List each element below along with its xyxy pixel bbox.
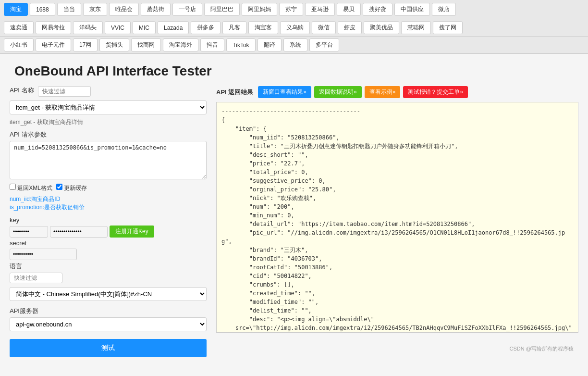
nav-btn-yiwugou[interactable]: 义乌购 (280, 21, 310, 34)
data-desc-button[interactable]: 返回数据说明» (314, 86, 362, 98)
watermark: CSDN @写给所有的程序猿 (510, 345, 574, 352)
nav-btn-jd[interactable]: 京东 (83, 3, 107, 16)
nav-row-1: 淘宝 1688 当当 京东 唯品会 蘑菇街 一号店 阿里巴巴 阿里妈妈 苏宁 亚… (0, 0, 588, 19)
report-error-button[interactable]: 测试报错？提交工单» (403, 86, 468, 98)
nav-btn-1688[interactable]: 1688 (30, 3, 55, 16)
nav-btn-weidian[interactable]: 微店 (432, 3, 456, 16)
checkbox-row: 返回XML格式 更新缓存 (10, 184, 207, 192)
api-server-label: API服务器 (10, 307, 207, 315)
api-name-label: API 名称 (10, 86, 34, 95)
key-label: key (10, 216, 207, 224)
nav-btn-alibaba[interactable]: 阿里巴巴 (204, 3, 240, 16)
nav-btn-huicong[interactable]: 慧聪网 (401, 21, 431, 34)
nav-btn-suning[interactable]: 苏宁 (279, 3, 303, 16)
lang-row (10, 273, 207, 283)
nav-btn-yangmatou[interactable]: 洋码头 (73, 21, 103, 34)
xml-label-text: 返回XML格式 (17, 185, 52, 191)
nav-row-2: 速卖通 网易考拉 洋码头 VVIC MIC Lazada 拼多多 凡客 淘宝客 … (0, 19, 588, 37)
hint-is-promotion-link[interactable]: is_promotion:是否获取促销价 (10, 204, 85, 211)
xml-checkbox-label[interactable]: 返回XML格式 (10, 184, 52, 192)
nav-btn-ebay[interactable]: 易贝 (337, 3, 361, 16)
result-label: API 返回结果 (216, 88, 253, 97)
nav-btn-xiaohongshu[interactable]: 小红书 (4, 38, 34, 51)
nav-btn-china-supply[interactable]: 中国供应 (394, 3, 430, 16)
nav-btn-soulele[interactable]: 搜了网 (433, 21, 463, 34)
secret-label: secret (10, 239, 207, 247)
nav-btn-xiapi[interactable]: 虾皮 (338, 21, 362, 34)
nav-btn-vip[interactable]: 唯品会 (109, 3, 139, 16)
nav-btn-fanke[interactable]: 凡客 (222, 21, 246, 34)
secret-input[interactable] (10, 249, 77, 260)
api-name-row: API 名称 (10, 86, 207, 97)
secret-row (10, 249, 207, 260)
nav-btn-multiplatform[interactable]: 多平台 (309, 38, 339, 51)
page-title: OneBound API Interface Tester (0, 54, 588, 86)
lang-label: 语言 (10, 262, 207, 271)
xml-checkbox[interactable] (10, 184, 16, 190)
api-name-filter-input[interactable] (38, 86, 91, 97)
nav-btn-taobao[interactable]: 淘宝 (4, 3, 28, 16)
nav-btn-lazada[interactable]: Lazada (158, 21, 189, 34)
nav-btn-tiktok[interactable]: TikTok (226, 38, 255, 51)
nav-btn-mic[interactable]: MIC (133, 21, 156, 34)
nav-btn-huobotou[interactable]: 货捕头 (99, 38, 129, 51)
nav-btn-taobaoke[interactable]: 淘宝客 (248, 21, 278, 34)
nav-btn-amazon[interactable]: 亚马逊 (305, 3, 335, 16)
nav-btn-electronics[interactable]: 电子元件 (36, 38, 71, 51)
cache-label-text: 更新缓存 (64, 185, 87, 191)
nav-btn-souhaohuo[interactable]: 搜好货 (363, 3, 392, 16)
nav-btn-taobao-overseas[interactable]: 淘宝海外 (163, 38, 198, 51)
params-textarea[interactable] (10, 141, 207, 179)
nav-btn-alimama[interactable]: 阿里妈妈 (242, 3, 277, 16)
result-header: API 返回结果 新窗口查看结果» 返回数据说明» 查看示例» 测试报错？提交工… (216, 86, 578, 98)
api-dropdown[interactable]: item_get - 获取淘宝商品详情 (10, 100, 207, 114)
lang-filter-input[interactable] (10, 273, 62, 283)
result-area[interactable]: ----------------------------------------… (216, 102, 578, 333)
new-window-button[interactable]: 新窗口查看结果» (258, 86, 311, 98)
nav-btn-yihao[interactable]: 一号店 (172, 3, 202, 16)
nav-btn-jumei[interactable]: 聚美优品 (364, 21, 399, 34)
left-panel: API 名称 item_get - 获取淘宝商品详情 item_get - 获取… (10, 86, 216, 357)
right-panel: API 返回结果 新窗口查看结果» 返回数据说明» 查看示例» 测试报错？提交工… (216, 86, 578, 357)
key-row: 注册开通Key (10, 226, 207, 238)
register-key-button[interactable]: 注册开通Key (110, 226, 154, 238)
nav-btn-pinduoduo[interactable]: 拼多多 (191, 21, 220, 34)
nav-btn-weixin[interactable]: 微信 (312, 21, 336, 34)
cache-checkbox[interactable] (56, 184, 62, 190)
cache-checkbox-label[interactable]: 更新缓存 (56, 184, 87, 192)
nav-btn-system[interactable]: 系统 (283, 38, 307, 51)
example-button[interactable]: 查看示例» (365, 86, 401, 98)
nav-btn-17wang[interactable]: 17网 (73, 38, 98, 51)
nav-btn-douyin[interactable]: 抖音 (200, 38, 224, 51)
nav-btn-kaola[interactable]: 网易考拉 (36, 21, 71, 34)
hint-links: num_iid:淘宝商品ID is_promotion:是否获取促销价 (10, 195, 207, 212)
key-input-2[interactable] (50, 226, 108, 238)
nav-btn-translate[interactable]: 翻译 (257, 38, 282, 51)
nav-btn-zhaoshangwang[interactable]: 找商网 (131, 38, 161, 51)
params-label: API 请求参数 (10, 130, 207, 139)
lang-dropdown[interactable]: 简体中文 - Chinese Simplified(中文[简体])#zh-CN (10, 287, 207, 301)
key-input-1[interactable] (10, 226, 48, 238)
nav-btn-dangdang[interactable]: 当当 (57, 3, 81, 16)
nav-row-3: 小红书 电子元件 17网 货捕头 找商网 淘宝海外 抖音 TikTok 翻译 系… (0, 37, 588, 54)
main-content: API 名称 item_get - 获取淘宝商品详情 item_get - 获取… (0, 86, 588, 357)
api-description: item_get - 获取淘宝商品详情 (10, 118, 207, 126)
hint-num-iid-link[interactable]: num_iid:淘宝商品ID (10, 196, 60, 202)
api-server-dropdown[interactable]: api-gw.onebound.cn (10, 317, 207, 331)
test-button[interactable]: 测试 (10, 339, 207, 357)
nav-btn-aliexpress[interactable]: 速卖通 (4, 21, 34, 34)
nav-btn-mogujie[interactable]: 蘑菇街 (141, 3, 171, 16)
nav-btn-vvic[interactable]: VVIC (105, 21, 131, 34)
